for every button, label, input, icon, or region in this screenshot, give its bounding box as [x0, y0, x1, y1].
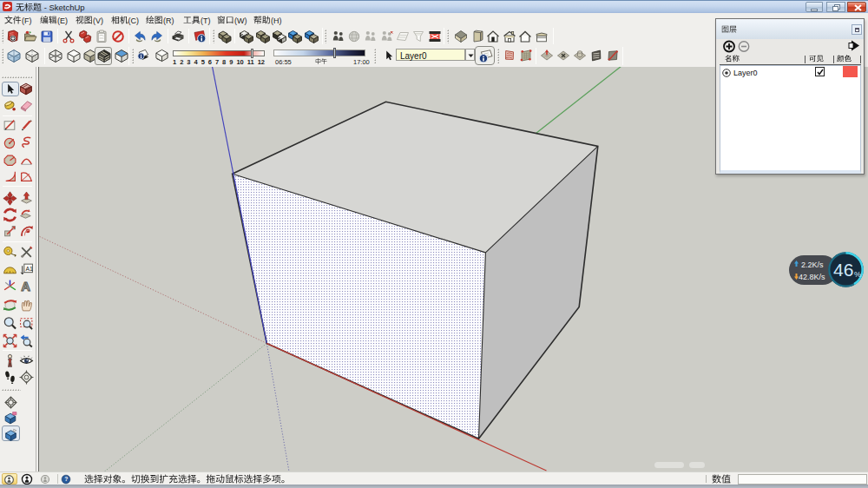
svg-text:46: 46: [833, 260, 853, 280]
svg-text:%: %: [854, 270, 861, 279]
svg-text:42.8K/s: 42.8K/s: [799, 273, 825, 281]
svg-text:2.2K/s: 2.2K/s: [801, 260, 824, 269]
